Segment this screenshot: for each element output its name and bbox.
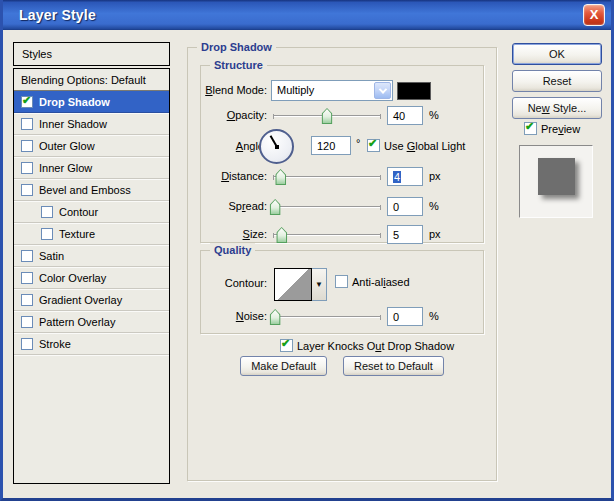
sidebar-item-contour[interactable]: ✔Contour xyxy=(14,201,169,223)
effect-label: Pattern Overlay xyxy=(39,316,115,328)
sidebar-item-color-overlay[interactable]: ✔Color Overlay xyxy=(14,267,169,289)
sidebar-item-satin[interactable]: ✔Satin xyxy=(14,245,169,267)
layer-knockout-label: Layer Knocks Out Drop Shadow xyxy=(297,340,454,352)
sidebar-item-inner-glow[interactable]: ✔Inner Glow xyxy=(14,157,169,179)
dialog-body: Styles Blending Options: Default✔Drop Sh… xyxy=(3,30,611,498)
opacity-input[interactable]: 40 xyxy=(387,106,423,125)
effect-label: Blending Options: Default xyxy=(21,74,146,86)
noise-unit: % xyxy=(429,310,439,322)
effect-label: Satin xyxy=(39,250,64,262)
slider-track[interactable] xyxy=(273,176,381,178)
slider-track[interactable] xyxy=(273,206,381,208)
drop-shadow-group-title: Drop Shadow xyxy=(197,40,276,54)
sidebar-item-gradient-overlay[interactable]: ✔Gradient Overlay xyxy=(14,289,169,311)
slider-track[interactable] xyxy=(273,316,381,318)
make-default-button[interactable]: Make Default xyxy=(240,356,327,376)
effect-label: Inner Shadow xyxy=(39,118,107,130)
effect-label: Inner Glow xyxy=(39,162,92,174)
chevron-down-icon[interactable] xyxy=(374,82,391,99)
contour-picker[interactable] xyxy=(274,268,312,301)
sidebar-item-blending-options-default[interactable]: Blending Options: Default xyxy=(14,69,169,91)
effect-checkbox[interactable]: ✔ xyxy=(21,316,33,328)
sidebar-item-stroke[interactable]: ✔Stroke xyxy=(14,333,169,355)
effect-checkbox[interactable]: ✔ xyxy=(21,118,33,130)
sidebar-item-inner-shadow[interactable]: ✔Inner Shadow xyxy=(14,113,169,135)
slider-thumb[interactable] xyxy=(275,169,286,185)
angle-dial[interactable] xyxy=(259,129,294,164)
effect-checkbox[interactable]: ✔ xyxy=(21,338,33,350)
opacity-unit: % xyxy=(429,109,439,121)
slider-thumb[interactable] xyxy=(276,227,287,243)
structure-group: Structure Blend Mode: Multiply Opacity: … xyxy=(200,65,484,243)
effect-checkbox[interactable]: ✔ xyxy=(41,228,53,240)
opacity-label: Opacity: xyxy=(203,109,267,121)
preview-square xyxy=(538,158,575,195)
effect-label: Stroke xyxy=(39,338,71,350)
spread-label: Spread: xyxy=(203,200,267,212)
slider-thumb[interactable] xyxy=(270,199,281,215)
slider-track[interactable] xyxy=(273,234,381,236)
distance-label: Distance: xyxy=(203,170,267,182)
slider-thumb[interactable] xyxy=(322,108,333,124)
blend-mode-label: Blend Mode: xyxy=(203,84,267,96)
effect-label: Outer Glow xyxy=(39,140,95,152)
spread-unit: % xyxy=(429,200,439,212)
size-unit: px xyxy=(429,228,441,240)
style-preview-thumbnail xyxy=(519,145,593,218)
effect-checkbox[interactable]: ✔ xyxy=(21,250,33,262)
sidebar-item-drop-shadow[interactable]: ✔Drop Shadow xyxy=(14,91,169,113)
effect-checkbox[interactable]: ✔ xyxy=(21,96,33,108)
new-style-button[interactable]: New Style... xyxy=(512,97,602,119)
effect-checkbox[interactable]: ✔ xyxy=(21,294,33,306)
layer-knockout-checkbox[interactable]: ✔ xyxy=(280,339,293,352)
spread-input[interactable]: 0 xyxy=(387,197,423,216)
reset-to-default-button[interactable]: Reset to Default xyxy=(343,356,444,376)
anti-aliased-label: Anti-aliased xyxy=(352,276,410,288)
effect-label: Texture xyxy=(59,228,95,240)
ok-button[interactable]: OK xyxy=(512,43,602,65)
angle-unit: ° xyxy=(356,137,360,149)
sidebar-item-texture[interactable]: ✔Texture xyxy=(14,223,169,245)
styles-list: Blending Options: Default✔Drop Shadow✔In… xyxy=(13,68,170,484)
effect-checkbox[interactable]: ✔ xyxy=(41,206,53,218)
window-title: Layer Style xyxy=(19,7,96,23)
close-icon[interactable]: X xyxy=(583,4,605,26)
noise-label: Noise: xyxy=(203,310,267,322)
effect-label: Color Overlay xyxy=(39,272,106,284)
preview-checkbox[interactable]: ✔ xyxy=(524,122,537,135)
effect-checkbox[interactable]: ✔ xyxy=(21,140,33,152)
blend-mode-value: Multiply xyxy=(277,84,314,96)
effect-checkbox[interactable]: ✔ xyxy=(21,184,33,196)
styles-panel-header[interactable]: Styles xyxy=(13,42,170,66)
title-bar[interactable]: Layer Style X xyxy=(3,0,611,30)
size-slider[interactable] xyxy=(273,225,381,244)
shadow-color-swatch[interactable] xyxy=(397,82,431,100)
opacity-slider[interactable] xyxy=(273,106,381,125)
reset-button[interactable]: Reset xyxy=(512,70,602,92)
anti-aliased-checkbox[interactable]: ✔ xyxy=(335,275,348,288)
distance-slider[interactable] xyxy=(273,167,381,186)
effect-label: Drop Shadow xyxy=(39,96,110,108)
sidebar-item-pattern-overlay[interactable]: ✔Pattern Overlay xyxy=(14,311,169,333)
spread-slider[interactable] xyxy=(273,197,381,216)
size-input[interactable]: 5 xyxy=(387,225,423,244)
contour-dropdown-icon[interactable]: ▼ xyxy=(312,268,327,301)
quality-group-title: Quality xyxy=(210,243,255,257)
effect-label: Gradient Overlay xyxy=(39,294,122,306)
noise-slider[interactable] xyxy=(273,307,381,326)
effect-checkbox[interactable]: ✔ xyxy=(21,272,33,284)
size-label: Size: xyxy=(203,228,267,240)
preview-label: Preview xyxy=(541,123,580,135)
blend-mode-select[interactable]: Multiply xyxy=(271,80,393,101)
effect-label: Bevel and Emboss xyxy=(39,184,131,196)
effect-label: Contour xyxy=(59,206,98,218)
effect-checkbox[interactable]: ✔ xyxy=(21,162,33,174)
angle-input[interactable]: 120 xyxy=(311,136,351,155)
slider-thumb[interactable] xyxy=(270,309,281,325)
use-global-light-label: Use Global Light xyxy=(384,140,465,152)
sidebar-item-bevel-and-emboss[interactable]: ✔Bevel and Emboss xyxy=(14,179,169,201)
noise-input[interactable]: 0 xyxy=(387,307,423,326)
use-global-light-checkbox[interactable]: ✔ xyxy=(367,139,380,152)
sidebar-item-outer-glow[interactable]: ✔Outer Glow xyxy=(14,135,169,157)
distance-input[interactable]: 4 xyxy=(387,167,423,186)
